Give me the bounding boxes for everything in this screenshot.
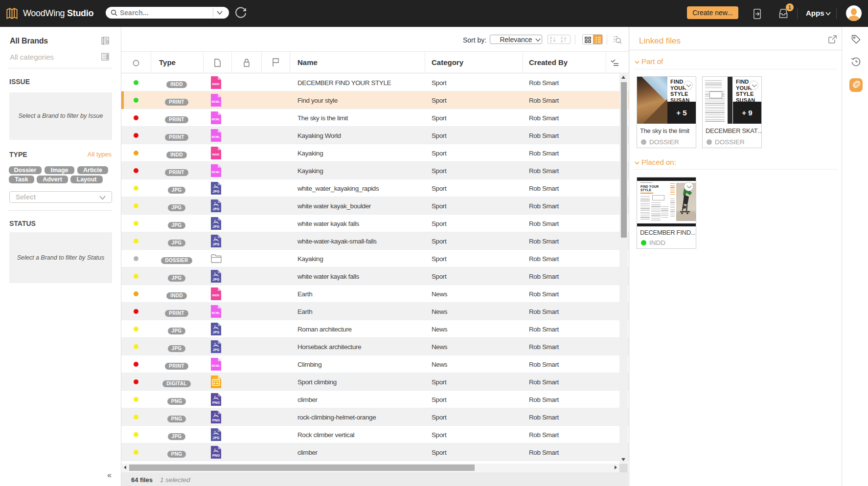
svg-text:PNG: PNG (212, 401, 220, 404)
svg-text:A: A (550, 36, 552, 40)
svg-text:JPG: JPG (212, 348, 220, 352)
svg-text:PNG: PNG (212, 419, 220, 422)
svg-text:WCML: WCML (211, 171, 220, 174)
svg-text:JPG: JPG (212, 243, 220, 246)
svg-text:WCML: WCML (211, 364, 220, 367)
svg-text:INDD: INDD (212, 83, 220, 86)
svg-text:JPG: JPG (212, 331, 220, 334)
svg-text:WCML: WCML (211, 100, 220, 103)
svg-text:INDD: INDD (212, 294, 220, 297)
svg-text:WCML: WCML (211, 311, 220, 314)
svg-text:PNG: PNG (212, 454, 220, 457)
svg-text:A: A (561, 40, 563, 43)
svg-text:INDD: INDD (212, 153, 220, 156)
svg-text:JPG: JPG (212, 225, 220, 228)
svg-text:JPG: JPG (212, 278, 220, 281)
svg-text:Z: Z (561, 36, 563, 40)
svg-text:WCML: WCML (211, 135, 220, 138)
svg-text:Z: Z (550, 40, 552, 43)
svg-text:JPG: JPG (212, 207, 220, 211)
svg-text:JPG: JPG (212, 436, 220, 440)
svg-text:JPG: JPG (212, 190, 220, 193)
svg-text:WCML: WCML (211, 118, 220, 121)
